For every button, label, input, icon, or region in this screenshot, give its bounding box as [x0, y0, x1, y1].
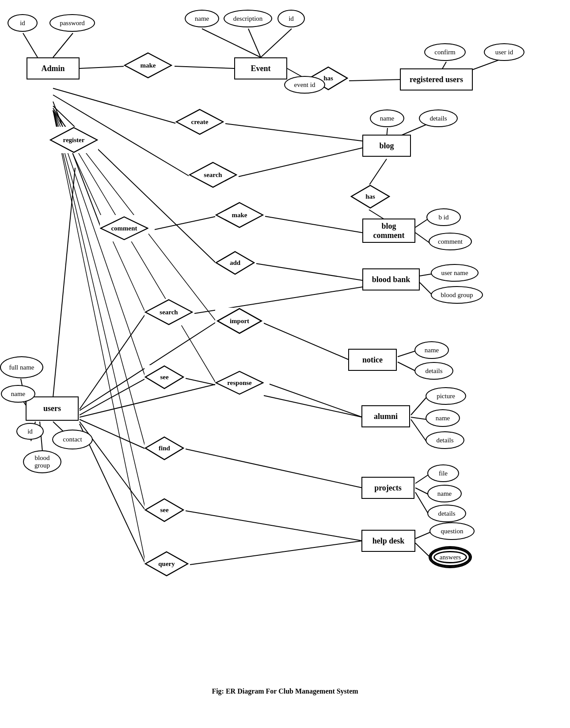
attr-confirm: confirm: [424, 43, 466, 61]
relationship-find: find: [144, 436, 184, 460]
attr-helpdesk-answers: answers: [429, 546, 472, 568]
attr-bloodbank-username: user name: [431, 264, 479, 282]
svg-line-3: [248, 29, 261, 57]
attr-alumni-details: details: [426, 431, 464, 449]
svg-line-52: [415, 488, 429, 494]
entity-blog: blog: [362, 135, 411, 157]
attr-notice-name: name: [414, 341, 449, 359]
svg-line-42: [80, 378, 146, 415]
svg-line-21: [415, 233, 429, 243]
entity-event: Event: [234, 57, 287, 79]
svg-line-5: [80, 66, 126, 68]
er-diagram: Admin Event registered users blog blogco…: [0, 0, 570, 706]
connection-lines: [0, 0, 570, 706]
relationship-response: response: [215, 370, 264, 396]
attr-blog-details: details: [419, 109, 458, 127]
svg-line-60: [53, 110, 146, 565]
svg-line-24: [265, 216, 362, 233]
svg-line-48: [270, 384, 362, 417]
attr-blog-name: name: [370, 109, 404, 127]
entity-help-desk: help desk: [361, 530, 415, 552]
svg-line-4: [261, 29, 292, 57]
relationship-query: query: [144, 551, 189, 577]
attr-event-eventid: event id: [284, 76, 325, 94]
relationship-add: add: [215, 251, 255, 275]
attr-bloodbank-bloodgroup: blood group: [431, 286, 483, 304]
svg-line-17: [239, 148, 362, 177]
svg-line-39: [261, 322, 349, 360]
attr-admin-id: id: [8, 14, 38, 32]
svg-line-1: [53, 33, 73, 57]
svg-line-2: [202, 29, 261, 57]
attr-projects-details: details: [427, 505, 466, 522]
relationship-search2: search: [144, 299, 193, 325]
entity-projects: projects: [361, 477, 414, 499]
attr-blogcomment-bid: b id: [426, 208, 461, 226]
relationship-create: create: [175, 109, 224, 135]
svg-line-18: [369, 159, 387, 185]
entity-blog-comment: blogcomment: [362, 219, 415, 243]
svg-line-40: [398, 351, 415, 357]
attr-users-name: name: [1, 385, 35, 403]
svg-line-50: [186, 449, 362, 488]
entity-users: users: [26, 396, 79, 421]
attr-blogcomment-comment: comment: [429, 233, 472, 250]
svg-line-12: [53, 88, 177, 124]
svg-line-46: [411, 419, 426, 441]
attr-event-name: name: [185, 10, 219, 27]
svg-line-22: [53, 102, 102, 230]
svg-line-59: [190, 541, 362, 565]
entity-notice: notice: [348, 349, 397, 371]
svg-line-36: [80, 313, 146, 409]
attr-helpdesk-question: question: [429, 522, 475, 540]
relationship-see1: see: [144, 365, 184, 389]
svg-line-44: [411, 397, 426, 415]
entity-blood-bank: blood bank: [362, 268, 420, 290]
attr-event-id: id: [277, 10, 305, 27]
svg-line-43: [186, 378, 362, 417]
svg-line-20: [415, 219, 429, 227]
svg-line-53: [415, 492, 429, 514]
svg-line-55: [186, 511, 362, 541]
diagram-caption: Fig: ER Diagram For Club Management Syst…: [0, 687, 570, 695]
entity-registered-users: registered users: [400, 68, 473, 91]
attr-admin-password: password: [49, 14, 95, 32]
svg-line-6: [175, 66, 234, 68]
relationship-register: register: [49, 127, 98, 153]
svg-line-30: [53, 168, 75, 397]
relationship-comment: comment: [100, 215, 148, 241]
relationship-make2: make: [215, 202, 264, 228]
attr-users-id: id: [16, 423, 44, 440]
relationship-make1: make: [124, 52, 172, 79]
relationship-see2: see: [144, 498, 184, 522]
svg-line-8: [349, 79, 402, 81]
svg-line-58: [80, 424, 146, 565]
svg-line-41: [398, 362, 415, 371]
attr-projects-file: file: [427, 464, 459, 482]
entity-admin: Admin: [27, 57, 80, 79]
svg-line-26: [256, 264, 362, 280]
svg-line-23: [155, 216, 217, 230]
relationship-import: import: [215, 308, 264, 334]
attr-users-fullname: full name: [0, 356, 43, 378]
svg-line-61: [53, 110, 146, 511]
attr-alumni-name: name: [426, 409, 460, 427]
attr-event-description: description: [224, 10, 272, 27]
attr-alumni-picture: picture: [426, 387, 466, 405]
attr-users-bloodgroup: bloodgroup: [23, 450, 61, 473]
svg-line-0: [23, 33, 38, 57]
svg-line-51: [415, 475, 429, 483]
attr-user-id: user id: [484, 43, 524, 61]
attr-notice-details: details: [414, 362, 453, 380]
relationship-search1: search: [189, 162, 237, 188]
attr-users-contact: contact: [52, 430, 93, 449]
svg-line-56: [415, 532, 431, 539]
attr-projects-name: name: [427, 485, 462, 502]
svg-line-13: [225, 124, 365, 141]
entity-alumni: alumni: [361, 405, 410, 427]
svg-line-45: [411, 417, 426, 419]
relationship-has2: has: [350, 185, 390, 209]
